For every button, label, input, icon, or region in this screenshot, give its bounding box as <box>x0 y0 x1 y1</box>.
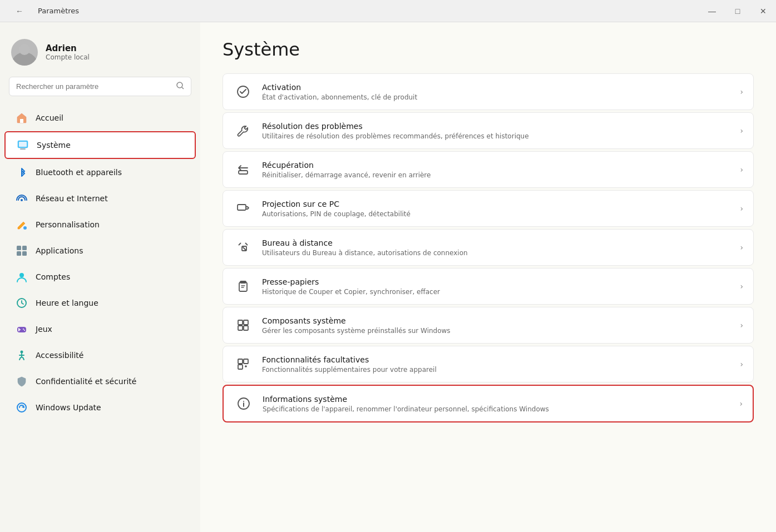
settings-item-bureau-distance[interactable]: Bureau à distance Utilisateurs du Bureau… <box>223 229 754 266</box>
sidebar-item-label: Accessibilité <box>36 351 83 360</box>
svg-point-1 <box>19 44 30 55</box>
sidebar-item-label: Applications <box>36 246 83 255</box>
item-title: Activation <box>262 83 731 92</box>
bluetooth-icon <box>16 166 28 178</box>
user-profile[interactable]: Adrien Compte local <box>0 33 200 77</box>
item-title: Fonctionnalités facultatives <box>262 355 731 364</box>
security-icon <box>16 375 28 387</box>
search-box[interactable] <box>9 77 191 96</box>
close-button[interactable]: ✕ <box>750 0 776 22</box>
svg-rect-24 <box>239 171 248 174</box>
sidebar-item-accessibilite[interactable]: Accessibilité <box>4 342 196 368</box>
item-text: Activation État d'activation, abonnement… <box>262 83 731 101</box>
recovery-icon <box>233 160 253 180</box>
sidebar-item-heure[interactable]: Heure et langue <box>4 290 196 316</box>
titlebar-controls: — □ ✕ <box>699 0 776 22</box>
svg-rect-31 <box>238 320 243 325</box>
svg-rect-13 <box>22 251 27 256</box>
svg-line-3 <box>182 87 184 89</box>
svg-rect-11 <box>22 246 27 250</box>
projection-icon <box>233 198 253 218</box>
main-content: Système Activation État d'activation, ab… <box>200 22 776 532</box>
sidebar-item-label: Windows Update <box>36 403 101 412</box>
settings-item-presse-papiers[interactable]: Presse-papiers Historique de Couper et C… <box>223 268 754 305</box>
settings-item-composants-systeme[interactable]: Composants système Gérer les composants … <box>223 307 754 344</box>
remote-icon <box>233 237 253 257</box>
item-title: Projection sur ce PC <box>262 200 731 208</box>
svg-rect-12 <box>17 251 21 256</box>
svg-point-19 <box>23 329 24 330</box>
chevron-right-icon: › <box>740 204 743 213</box>
item-title: Composants système <box>262 316 731 325</box>
svg-rect-37 <box>238 365 243 369</box>
sidebar-item-comptes[interactable]: Comptes <box>4 264 196 290</box>
svg-rect-4 <box>20 119 23 123</box>
sidebar-item-applications[interactable]: Applications <box>4 238 196 263</box>
settings-item-informations-systeme[interactable]: Informations système Spécifications de l… <box>223 385 754 422</box>
svg-rect-28 <box>239 282 247 291</box>
item-desc: Autorisations, PIN de couplage, détectab… <box>262 210 731 218</box>
sidebar-item-windows-update[interactable]: Windows Update <box>4 395 196 420</box>
sidebar-item-reseau[interactable]: Réseau et Internet <box>4 186 196 211</box>
update-icon <box>16 401 28 414</box>
sidebar-item-label: Système <box>37 141 71 150</box>
svg-rect-25 <box>238 205 246 210</box>
svg-rect-35 <box>238 359 243 364</box>
svg-rect-32 <box>244 320 248 325</box>
sidebar-item-personnalisation[interactable]: Personnalisation <box>4 212 196 237</box>
home-icon <box>16 112 28 124</box>
sidebar-item-label: Accueil <box>36 113 63 122</box>
item-title: Récupération <box>262 161 731 170</box>
settings-item-recuperation[interactable]: Récupération Réinitialiser, démarrage av… <box>223 151 754 188</box>
chevron-right-icon: › <box>740 321 743 330</box>
sidebar-item-label: Confidentialité et sécurité <box>36 377 136 386</box>
search-input[interactable] <box>16 82 172 91</box>
accessibility-icon <box>16 349 28 361</box>
item-text: Fonctionnalités facultatives Fonctionnal… <box>262 355 731 374</box>
wrench-icon <box>233 121 253 141</box>
settings-item-projection[interactable]: Projection sur ce PC Autorisations, PIN … <box>223 190 754 227</box>
user-info: Adrien Compte local <box>46 43 90 61</box>
account-icon <box>16 271 28 283</box>
svg-point-20 <box>24 330 25 331</box>
settings-item-fonctionnalites[interactable]: Fonctionnalités facultatives Fonctionnal… <box>223 346 754 382</box>
system-icon <box>17 139 29 151</box>
sidebar-item-confidentialite[interactable]: Confidentialité et sécurité <box>4 369 196 394</box>
svg-rect-33 <box>238 326 243 330</box>
apps-icon <box>16 245 28 257</box>
settings-item-resolution-problemes[interactable]: Résolution des problèmes Utilitaires de … <box>223 112 754 149</box>
sidebar-item-label: Personnalisation <box>36 220 100 229</box>
sidebar-item-label: Heure et langue <box>36 299 98 307</box>
svg-rect-36 <box>244 359 248 364</box>
svg-rect-34 <box>244 326 248 330</box>
chevron-right-icon: › <box>740 243 743 252</box>
sidebar-item-accueil[interactable]: Accueil <box>4 105 196 131</box>
avatar <box>11 39 38 66</box>
sidebar-item-jeux[interactable]: Jeux <box>4 316 196 342</box>
item-text: Récupération Réinitialiser, démarrage av… <box>262 161 731 179</box>
svg-point-40 <box>243 401 244 402</box>
item-text: Résolution des problèmes Utilitaires de … <box>262 122 731 140</box>
svg-point-2 <box>177 82 182 88</box>
titlebar: ← Paramètres — □ ✕ <box>0 0 776 22</box>
check-circle-icon <box>233 82 253 102</box>
settings-item-activation[interactable]: Activation État d'activation, abonnement… <box>223 73 754 110</box>
item-desc: Utilisateurs du Bureau à distance, autor… <box>262 249 731 257</box>
chevron-right-icon: › <box>740 360 743 369</box>
window-body: Adrien Compte local Accueil Système Blue… <box>0 22 776 532</box>
item-title: Presse-papiers <box>262 277 731 286</box>
item-desc: Réinitialiser, démarrage avancé, revenir… <box>262 171 731 179</box>
clipboard-icon <box>233 276 253 296</box>
sidebar-item-systeme[interactable]: Système <box>4 131 196 159</box>
item-title: Bureau à distance <box>262 238 731 247</box>
minimize-button[interactable]: — <box>699 0 725 22</box>
sidebar-item-bluetooth[interactable]: Bluetooth et appareils <box>4 160 196 185</box>
svg-point-22 <box>17 403 26 412</box>
sidebar-item-label: Comptes <box>36 272 70 281</box>
optional-icon <box>233 354 253 374</box>
item-text: Bureau à distance Utilisateurs du Bureau… <box>262 238 731 257</box>
item-title: Résolution des problèmes <box>262 122 731 131</box>
back-button[interactable]: ← <box>7 0 32 22</box>
maximize-button[interactable]: □ <box>725 0 750 22</box>
item-desc: État d'activation, abonnements, clé de p… <box>262 93 731 101</box>
